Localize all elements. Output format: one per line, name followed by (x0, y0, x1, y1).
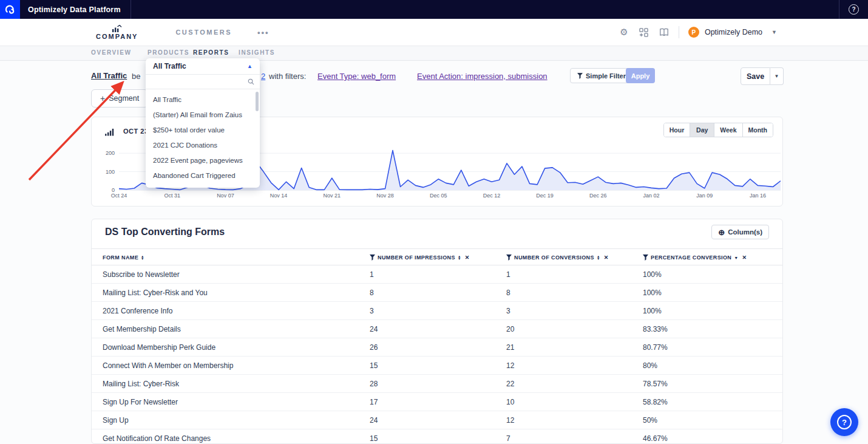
cell-conversions: 22 (506, 375, 514, 393)
columns-button[interactable]: ⊕ Column(s) (711, 225, 769, 239)
remove-column-icon[interactable]: ✕ (742, 254, 747, 261)
range-button-hour[interactable]: Hour (664, 123, 690, 137)
column-header-label: NUMBER OF IMPRESSIONS (378, 254, 455, 261)
remove-column-icon[interactable]: ✕ (465, 254, 470, 261)
filter-link-event-type[interactable]: Event Type: web_form (317, 72, 396, 81)
cell-conversions: 12 (506, 411, 514, 429)
nav-more-menu[interactable]: ••• (257, 28, 270, 37)
topbar-help-icon[interactable]: ? (849, 4, 859, 15)
segment-option[interactable]: 2021 CJC Donations (146, 137, 260, 152)
sort-icon[interactable]: ▲▼ (458, 255, 461, 260)
table-row[interactable]: Sign Up241250% (92, 411, 783, 429)
cell-impressions: 26 (370, 338, 378, 357)
column-header-label: PERCENTAGE CONVERSION (651, 254, 731, 261)
table-row[interactable]: Connect With A Member on Membership15128… (92, 357, 783, 375)
nav-item-customers[interactable]: CUSTOMERS (175, 29, 232, 36)
segment-option[interactable]: Abandoned Cart Triggered (146, 168, 260, 183)
app-title: Optimizely Data Platform (20, 5, 131, 14)
simple-filter-button[interactable]: Simple Filter (570, 68, 633, 83)
segment-option[interactable]: $250+ total order value (146, 122, 260, 137)
apply-button[interactable]: Apply (626, 68, 655, 83)
topbar-divider (131, 0, 131, 19)
table-row[interactable]: Download Membership Perk Guide262180.77% (92, 338, 783, 357)
table-header-row: FORM NAME▲▼NUMBER OF IMPRESSIONS▲▼✕NUMBE… (92, 248, 783, 265)
column-header-number-of-impressions[interactable]: NUMBER OF IMPRESSIONS▲▼✕ (370, 249, 470, 266)
column-header-percentage-conversion[interactable]: PERCENTAGE CONVERSION▼✕ (643, 249, 747, 266)
x-axis-tick-label: Dec 05 (430, 193, 447, 199)
add-segment-button[interactable]: + Segment (91, 89, 148, 108)
simple-filter-label: Simple Filter (586, 72, 626, 80)
table-row[interactable]: Mailing List: Cyber-Risk282278.57% (92, 375, 783, 393)
cell-conversions: 7 (506, 429, 510, 444)
date-range-link-fragment[interactable]: 2 (261, 72, 265, 81)
tab-insights[interactable]: INSIGHTS (239, 49, 275, 56)
funnel-icon (577, 73, 583, 79)
x-axis-tick-label: Jan 09 (696, 193, 713, 199)
optimizely-logo[interactable] (0, 0, 20, 19)
cell-percentage: 100% (643, 265, 662, 284)
table-row[interactable]: Sign Up For Newsletter171058.82% (92, 393, 783, 411)
cell-impressions: 8 (370, 284, 374, 302)
dropdown-scrollbar-thumb[interactable] (256, 92, 259, 111)
range-button-week[interactable]: Week (714, 123, 742, 137)
cell-percentage: 50% (643, 411, 657, 429)
cell-impressions: 24 (370, 411, 378, 429)
docs-book-icon[interactable] (659, 27, 670, 38)
segment-options-list: All Traffic(Starter) All Email from Zaiu… (146, 89, 260, 188)
segment-dropdown-header[interactable]: All Traffic ▲ (146, 58, 260, 75)
company-brand[interactable]: COMPANY (96, 25, 138, 40)
cell-impressions: 28 (370, 375, 378, 393)
table-row[interactable]: Get Membership Details242083.33% (92, 320, 783, 338)
tab-products[interactable]: PRODUCTS (147, 49, 189, 56)
segment-option[interactable]: All Traffic (146, 92, 260, 107)
segment-dropdown-popup: All Traffic ▲ All Traffic(Starter) All E… (146, 58, 260, 188)
question-mark-icon: ? (837, 415, 852, 429)
segment-selector-link[interactable]: All Traffic (91, 71, 127, 80)
table-row[interactable]: Mailing List: Cyber-Risk and You88100% (92, 284, 783, 302)
segment-search-input[interactable] (151, 78, 244, 86)
tab-reports[interactable]: REPORTS (193, 49, 229, 56)
table-row[interactable]: Get Notification Of Rate Changes15746.67… (92, 429, 783, 444)
save-button[interactable]: Save (741, 67, 770, 85)
apps-grid-icon[interactable] (639, 27, 649, 38)
company-brand-label: COMPANY (96, 33, 138, 40)
circled-plus-icon: ⊕ (718, 228, 725, 237)
search-icon (248, 78, 254, 85)
column-header-form-name[interactable]: FORM NAME▲▼ (103, 249, 144, 266)
segment-search-row (146, 75, 260, 89)
cell-form-name: Get Notification Of Rate Changes (103, 429, 211, 444)
table-title: DS Top Converting Forms (105, 227, 225, 237)
column-header-number-of-conversions[interactable]: NUMBER OF CONVERSIONS▲▼✕ (506, 249, 609, 266)
cell-impressions: 3 (370, 302, 374, 320)
nav-divider (679, 26, 679, 38)
cell-conversions: 1 (506, 265, 510, 284)
cell-percentage: 100% (643, 284, 662, 302)
filter-link-event-action[interactable]: Event Action: impression, submission (417, 72, 548, 81)
sort-icon[interactable]: ▲▼ (597, 255, 600, 260)
cell-form-name: Mailing List: Cyber-Risk (103, 375, 179, 393)
cell-percentage: 80% (643, 357, 657, 375)
cell-form-name: Download Membership Perk Guide (103, 338, 215, 357)
sort-icon[interactable]: ▼ (734, 256, 738, 260)
range-button-day[interactable]: Day (690, 123, 714, 137)
cell-percentage: 100% (643, 302, 662, 320)
sort-icon[interactable]: ▲▼ (141, 255, 144, 260)
settings-gear-icon[interactable]: ⚙ (619, 27, 629, 38)
table-row[interactable]: Subscribe to Newsletter11100% (92, 265, 783, 284)
chart-date-range-label[interactable]: OCT 23 (123, 128, 149, 135)
x-axis-tick-label: Dec 19 (536, 193, 554, 199)
tab-overview[interactable]: OVERVIEW (91, 49, 132, 56)
account-avatar[interactable]: P (688, 27, 699, 38)
help-button[interactable]: ? (830, 408, 858, 436)
segment-option[interactable]: 2022 Event page, pageviews (146, 152, 260, 168)
segment-option[interactable]: (Starter) All Email from Zaius (146, 107, 260, 122)
chart-range-toggle: HourDayWeekMonth (663, 123, 773, 137)
table-row[interactable]: 2021 Conference Info33100% (92, 302, 783, 320)
funnel-icon (506, 254, 512, 261)
save-caret-down-icon[interactable]: ▼ (770, 67, 784, 85)
top-converting-forms-card: DS Top Converting Forms ⊕ Column(s) FORM… (91, 219, 783, 444)
account-caret-down-icon[interactable]: ▼ (771, 29, 777, 35)
remove-column-icon[interactable]: ✕ (604, 254, 609, 261)
range-button-month[interactable]: Month (742, 123, 773, 137)
account-name[interactable]: Optimizely Demo (705, 28, 762, 36)
